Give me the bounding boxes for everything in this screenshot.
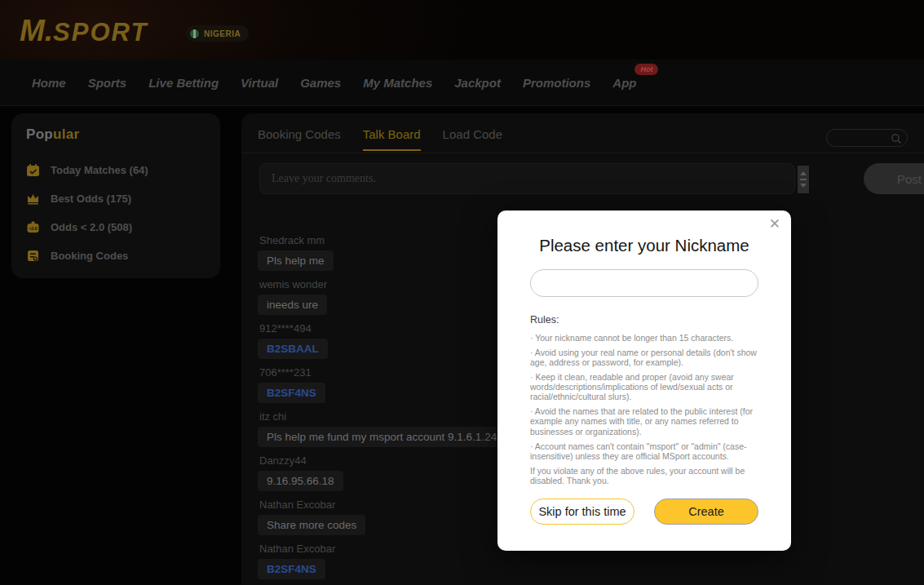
create-button[interactable]: Create: [654, 499, 758, 525]
sidebar-item-label: Booking Codes: [51, 250, 128, 262]
logo-sport: SPORT: [53, 18, 148, 47]
post-button[interactable]: Post: [864, 163, 924, 194]
nav-item-jackpot[interactable]: Jackpot: [454, 76, 501, 90]
nickname-input[interactable]: [530, 269, 758, 297]
sidebar-item-booking-codes[interactable]: Booking Codes: [26, 242, 206, 270]
booking-code-link[interactable]: B2SBAAL: [258, 339, 328, 359]
message-bubble: Share more codes: [258, 515, 365, 535]
nav-item-my-matches[interactable]: My Matches: [363, 76, 432, 90]
calendar-icon: [26, 163, 40, 177]
sidebar-item-best-odds[interactable]: Best Odds (175): [26, 184, 206, 213]
rule-item: Keep it clean, readable and proper (avoi…: [530, 372, 758, 401]
scroll-up-icon[interactable]: [800, 171, 807, 175]
modal-title: Please enter your Nickname: [497, 236, 791, 255]
popular-sidebar: Popular Today Matches (64) Best Odds (17…: [11, 113, 220, 278]
nigeria-flag-icon: [189, 29, 200, 39]
logo-m: M.: [20, 14, 53, 47]
popular-title: Popular: [26, 126, 206, 143]
search-box: [826, 129, 908, 147]
nav-item-virtual[interactable]: Virtual: [241, 76, 278, 90]
top-header: M.SPORT NIGERIA: [0, 0, 924, 60]
sidebar-item-label: Today Matches (64): [51, 164, 148, 176]
rules-note: If you violate any of the above rules, y…: [530, 466, 758, 485]
tab-booking-codes[interactable]: Booking Codes: [258, 116, 341, 151]
skip-button[interactable]: Skip for this time: [530, 499, 634, 525]
message-bubble: ineeds ure: [258, 295, 327, 315]
modal-buttons: Skip for this time Create: [530, 499, 758, 525]
main-nav: Home Sports Live Betting Virtual Games M…: [0, 60, 924, 106]
hot-badge: Hot: [634, 64, 658, 75]
nav-item-app[interactable]: AppHot: [612, 76, 636, 90]
nav-item-games[interactable]: Games: [300, 76, 341, 90]
nav-item-home[interactable]: Home: [32, 76, 66, 90]
nickname-modal: ✕ Please enter your Nickname Rules: Your…: [497, 211, 791, 551]
sidebar-item-label: Odds < 2.0 (508): [51, 221, 132, 233]
tab-talk-board[interactable]: Talk Board: [363, 116, 421, 151]
sidebar-item-label: Best Odds (175): [51, 193, 131, 205]
booking-code-link[interactable]: B2SF4NS: [258, 383, 325, 403]
rule-item: Your nickname cannot be longer than 15 c…: [530, 333, 758, 343]
nav-item-live-betting[interactable]: Live Betting: [148, 76, 219, 90]
msport-logo[interactable]: M.SPORT: [20, 14, 148, 48]
country-badge: NIGERIA: [186, 25, 249, 42]
booking-codes-icon: [26, 249, 40, 263]
svg-text:<2.0: <2.0: [29, 226, 38, 231]
search-icon: [891, 133, 902, 144]
scroll-thumb[interactable]: [800, 179, 807, 180]
message-bubble: Pls help me: [258, 250, 334, 271]
tabs-row: Booking Codes Talk Board Load Code: [241, 113, 924, 153]
rules-section: Rules: Your nickname cannot be longer th…: [530, 314, 758, 485]
rules-title: Rules:: [530, 314, 758, 326]
scroll-down-icon[interactable]: [800, 184, 807, 188]
low-odds-icon: <2.0: [26, 220, 40, 234]
sidebar-item-odds-under-2[interactable]: <2.0 Odds < 2.0 (508): [26, 213, 206, 242]
nav-item-sports[interactable]: Sports: [88, 76, 127, 90]
rule-item: Avoid the names that are related to the …: [530, 406, 758, 436]
crown-icon: [26, 192, 40, 206]
country-label: NIGERIA: [204, 29, 241, 38]
close-icon[interactable]: ✕: [769, 217, 780, 231]
comment-row: Post: [241, 163, 924, 196]
comment-scrollbar[interactable]: [798, 166, 809, 193]
rule-item: Account names can't contain "msport" or …: [530, 441, 758, 461]
rule-item: Avoid using your real name or personal d…: [530, 348, 758, 367]
tab-load-code[interactable]: Load Code: [443, 116, 502, 151]
booking-code-link[interactable]: B2SF4NS: [258, 559, 325, 579]
comment-input[interactable]: [259, 163, 795, 194]
message-bubble: 9.16.95.66.18: [258, 471, 343, 491]
nav-item-promotions[interactable]: Promotions: [523, 76, 590, 90]
sidebar-item-today-matches[interactable]: Today Matches (64): [26, 156, 206, 184]
msport-talkboard-page: M.SPORT NIGERIA Home Sports Live Betting…: [0, 0, 924, 585]
